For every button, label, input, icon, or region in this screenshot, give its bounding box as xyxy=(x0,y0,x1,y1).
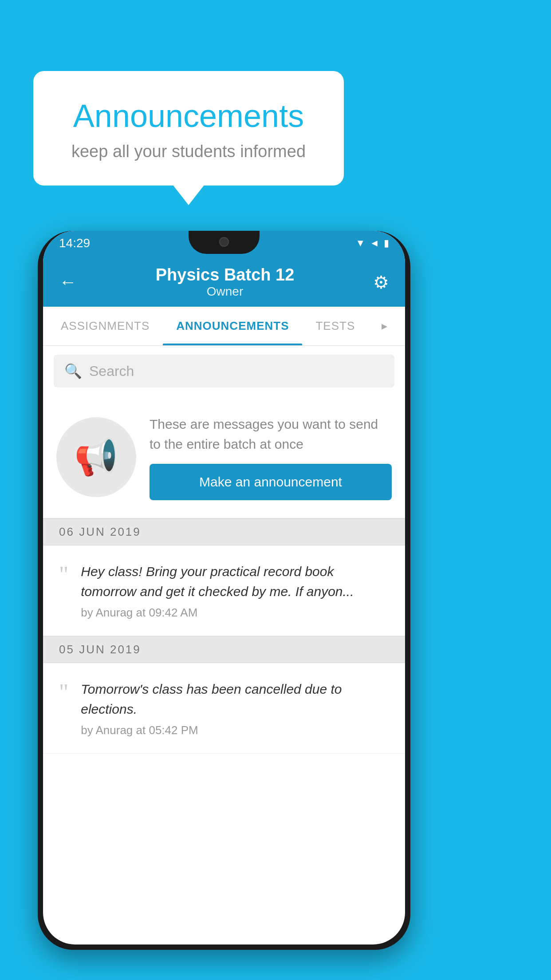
megaphone-circle: 📢 xyxy=(56,417,136,497)
announcement-item-1[interactable]: " Hey class! Bring your practical record… xyxy=(43,545,405,636)
date-divider-2: 05 JUN 2019 xyxy=(43,636,405,663)
announcement-item-2[interactable]: " Tomorrow's class has been cancelled du… xyxy=(43,663,405,754)
announcement-body-2: Tomorrow's class has been cancelled due … xyxy=(81,679,389,737)
announcement-text-1: Hey class! Bring your practical record b… xyxy=(81,561,389,601)
search-bar: 🔍 Search xyxy=(43,346,405,396)
app-header: ← Physics Batch 12 Owner ⚙ xyxy=(43,256,405,307)
tab-tests[interactable]: TESTS xyxy=(302,307,368,345)
phone-frame: 14:29 ▼ ◄ ▮ ← Physics Batch 12 Owner ⚙ A… xyxy=(38,231,410,950)
status-time: 14:29 xyxy=(59,236,90,250)
tab-more[interactable]: ▸ xyxy=(368,307,401,345)
back-button[interactable]: ← xyxy=(59,272,77,292)
announcement-body-1: Hey class! Bring your practical record b… xyxy=(81,561,389,620)
notch xyxy=(189,231,260,254)
phone-screen: 14:29 ▼ ◄ ▮ ← Physics Batch 12 Owner ⚙ A… xyxy=(43,231,405,944)
search-icon: 🔍 xyxy=(64,363,82,379)
battery-icon: ▮ xyxy=(384,237,389,249)
megaphone-icon: 📢 xyxy=(74,436,118,478)
make-announcement-button[interactable]: Make an announcement xyxy=(150,464,392,500)
date-divider-1: 06 JUN 2019 xyxy=(43,518,405,545)
tab-bar: ASSIGNMENTS ANNOUNCEMENTS TESTS ▸ xyxy=(43,307,405,346)
search-input[interactable]: Search xyxy=(89,363,134,379)
announcement-meta-1: by Anurag at 09:42 AM xyxy=(81,606,389,620)
announcement-meta-2: by Anurag at 05:42 PM xyxy=(81,723,389,737)
settings-icon[interactable]: ⚙ xyxy=(373,272,389,292)
wifi-icon: ▼ xyxy=(355,237,365,249)
quote-icon-1: " xyxy=(59,563,68,586)
header-center: Physics Batch 12 Owner xyxy=(77,265,373,299)
announcement-text-2: Tomorrow's class has been cancelled due … xyxy=(81,679,389,719)
promo-description: These are messages you want to send to t… xyxy=(150,414,392,454)
header-subtitle: Owner xyxy=(77,285,373,299)
tab-announcements[interactable]: ANNOUNCEMENTS xyxy=(163,307,302,345)
bubble-subtitle: keep all your students informed xyxy=(64,142,313,161)
quote-icon-2: " xyxy=(59,681,68,704)
front-camera xyxy=(219,237,229,247)
bubble-title: Announcements xyxy=(64,98,313,134)
signal-icon: ◄ xyxy=(370,237,379,249)
search-input-wrap[interactable]: 🔍 Search xyxy=(54,355,394,387)
speech-bubble-card: Announcements keep all your students inf… xyxy=(33,71,344,186)
content-area: 🔍 Search 📢 These are messages you want t… xyxy=(43,346,405,754)
promo-card: 📢 These are messages you want to send to… xyxy=(43,396,405,518)
tab-assignments[interactable]: ASSIGNMENTS xyxy=(47,307,163,345)
promo-right: These are messages you want to send to t… xyxy=(150,414,392,500)
header-title: Physics Batch 12 xyxy=(77,265,373,285)
status-icons: ▼ ◄ ▮ xyxy=(355,237,389,249)
